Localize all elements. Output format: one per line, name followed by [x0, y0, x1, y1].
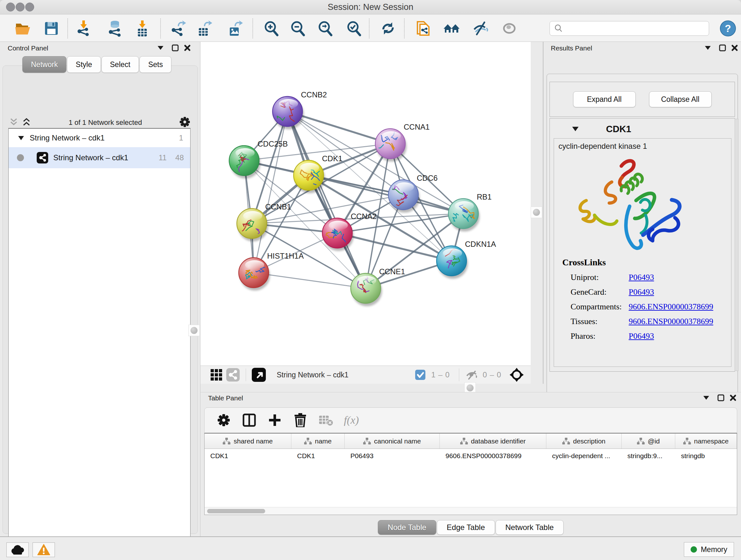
table-panel-maximize-icon[interactable]	[716, 392, 726, 403]
refresh-view-icon[interactable]	[379, 19, 397, 38]
crosslink-link[interactable]: P06493	[629, 331, 654, 341]
results-panel-close-icon[interactable]	[729, 43, 740, 53]
tab-select[interactable]: Select	[102, 56, 139, 73]
panel-splitter-handle[interactable]	[188, 325, 200, 336]
network-row-selected[interactable]: String Network – cdk1 11 48	[9, 147, 190, 168]
birdseye-crosshair-icon[interactable]	[509, 367, 525, 383]
table-cell[interactable]: stringdb:9...	[622, 449, 675, 463]
add-column-icon[interactable]	[266, 412, 283, 428]
column-header-namespace[interactable]: namespace	[675, 434, 737, 449]
network-options-gear-icon[interactable]	[179, 117, 190, 129]
results-panel-maximize-icon[interactable]	[717, 43, 728, 53]
results-scrollbar[interactable]	[735, 119, 738, 371]
horizontal-splitter[interactable]	[200, 384, 531, 392]
hidden-eye-slash-icon[interactable]	[464, 367, 480, 383]
grid-view-icon[interactable]	[208, 367, 225, 383]
crosslink-link[interactable]: 9606.ENSP00000378699	[629, 302, 713, 312]
results-panel-float-icon[interactable]	[702, 43, 713, 53]
table-cell[interactable]: stringdb	[675, 449, 737, 463]
collapse-all-button[interactable]: Collapse All	[649, 91, 712, 107]
delete-table-icon[interactable]	[318, 412, 334, 428]
crosslink-link[interactable]: P06493	[629, 273, 654, 282]
tab-network-table[interactable]: Network Table	[495, 520, 564, 535]
tab-node-table[interactable]: Node Table	[378, 520, 436, 535]
scrollbar-thumb[interactable]	[207, 509, 265, 513]
vertical-splitter[interactable]	[531, 42, 543, 384]
zoom-out-icon[interactable]	[288, 19, 307, 38]
network-node-CDC25B[interactable]: CDC25B	[229, 139, 288, 179]
export-table-icon[interactable]	[195, 19, 213, 38]
zoom-selected-icon[interactable]	[345, 19, 363, 38]
export-image-icon[interactable]	[226, 19, 245, 38]
control-panel-close-icon[interactable]	[182, 43, 193, 53]
table-horizontal-scrollbar[interactable]	[205, 507, 737, 515]
import-table-icon[interactable]	[133, 19, 151, 38]
tab-edge-table[interactable]: Edge Table	[437, 520, 495, 535]
control-panel-maximize-icon[interactable]	[170, 43, 181, 53]
expand-all-icon[interactable]	[22, 117, 31, 128]
search-input[interactable]	[563, 24, 704, 33]
show-panel-icon[interactable]	[500, 19, 519, 38]
delete-column-trash-icon[interactable]	[292, 412, 309, 428]
cloud-button[interactable]	[6, 543, 29, 557]
home-icon[interactable]	[442, 19, 461, 38]
column-header-canonical-name[interactable]: canonical name	[345, 434, 440, 449]
export-network-icon[interactable]	[169, 19, 187, 38]
table-panel-close-icon[interactable]	[728, 392, 738, 403]
network-edge[interactable]	[254, 273, 366, 288]
network-node-HIST1H1A[interactable]: HIST1H1A	[239, 252, 304, 291]
help-icon[interactable]: ?	[719, 19, 737, 38]
save-session-icon[interactable]	[42, 19, 61, 38]
column-header-shared-name[interactable]: shared name	[205, 434, 291, 449]
tree-expand-icon[interactable]	[18, 136, 24, 140]
memory-button[interactable]: Memory	[684, 542, 734, 557]
table-cell[interactable]: cyclin-dependent ...	[546, 449, 622, 463]
control-panel-float-icon[interactable]	[155, 43, 166, 53]
crosslink-link[interactable]: P06493	[629, 287, 654, 297]
network-canvas[interactable]: CCNB2CCNA1CDC25BCDK1CDC6RB1CCNB1CCNA2CDK…	[200, 42, 531, 366]
open-session-icon[interactable]	[13, 19, 32, 38]
column-header--id[interactable]: @id	[622, 434, 675, 449]
zoom-in-icon[interactable]	[262, 19, 280, 38]
table-settings-gear-icon[interactable]	[215, 412, 232, 428]
network-share-icon[interactable]	[225, 367, 241, 383]
splitter-handle[interactable]	[531, 206, 542, 218]
tab-network[interactable]: Network	[22, 56, 66, 73]
crosslink-link[interactable]: 9606.ENSP00000378699	[629, 317, 713, 326]
column-header-database-identifier[interactable]: database identifier	[440, 434, 546, 449]
table-cell[interactable]: CDK1	[291, 449, 345, 463]
selected-checkbox-icon[interactable]	[412, 367, 428, 383]
clone-network-icon[interactable]	[414, 19, 433, 38]
tab-style[interactable]: Style	[67, 56, 100, 73]
network-node-CDK1[interactable]: CDK1	[293, 154, 342, 193]
collapse-all-icon[interactable]	[9, 117, 18, 128]
open-in-window-icon[interactable]	[251, 367, 267, 383]
toolbar-separator	[369, 18, 369, 38]
hide-panel-icon[interactable]	[472, 19, 490, 38]
function-builder-icon[interactable]: f(x)	[343, 412, 360, 428]
network-edge[interactable]	[254, 111, 287, 273]
table-cell[interactable]: 9606.ENSP00000378699	[440, 449, 546, 463]
expand-all-button[interactable]: Expand All	[573, 91, 636, 107]
column-header-name[interactable]: name	[291, 434, 345, 449]
show-columns-icon[interactable]	[241, 412, 258, 428]
network-node-CCNA1[interactable]: CCNA1	[372, 123, 430, 162]
table-cell[interactable]: CDK1	[205, 449, 291, 463]
results-panel-body: String Expand All Collapse All CDK1 cycl…	[547, 74, 738, 423]
network-collection-row[interactable]: String Network – cdk1 1	[9, 129, 190, 147]
search-field[interactable]	[549, 21, 709, 36]
network-node-CCNB2[interactable]: CCNB2	[273, 90, 327, 129]
gene-collapse-icon[interactable]	[572, 127, 579, 131]
import-database-icon[interactable]	[106, 19, 124, 38]
tab-sets[interactable]: Sets	[139, 56, 172, 73]
column-header-description[interactable]: description	[546, 434, 622, 449]
network-node-CDKN1A[interactable]: CDKN1A	[436, 240, 496, 279]
import-network-icon[interactable]	[74, 19, 93, 38]
warnings-button[interactable]	[32, 543, 55, 557]
network-node-RB1[interactable]: RB1	[448, 192, 492, 232]
table-row[interactable]: CDK1CDK1P064939606.ENSP00000378699cyclin…	[205, 449, 737, 463]
table-cell[interactable]: P06493	[345, 449, 440, 463]
network-edge[interactable]	[287, 111, 366, 288]
table-panel-float-icon[interactable]	[701, 392, 712, 403]
zoom-fit-icon[interactable]	[316, 19, 334, 38]
